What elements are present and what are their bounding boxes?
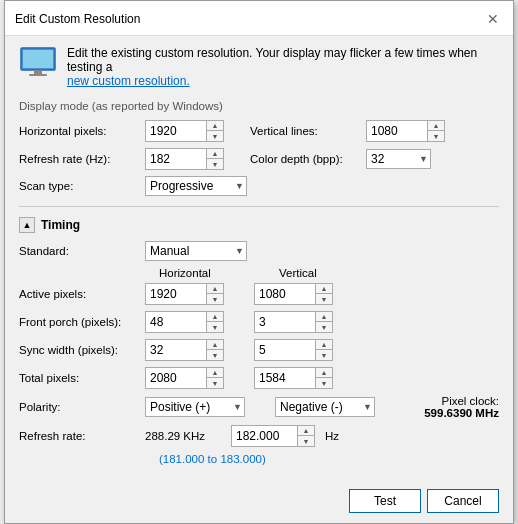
vertical-lines-input[interactable] bbox=[367, 122, 427, 140]
vertical-lines-spinner[interactable]: ▲ ▼ bbox=[366, 120, 445, 142]
refresh-rate-fine-spinner[interactable]: ▲ ▼ bbox=[231, 425, 315, 447]
refresh-rate-fine-btns: ▲ ▼ bbox=[297, 426, 314, 446]
total-pixels-v-down[interactable]: ▼ bbox=[316, 378, 332, 388]
front-porch-row: Front porch (pixels): ▲ ▼ ▲ ▼ bbox=[19, 311, 499, 333]
polarity-v-select-wrap[interactable]: Negative (-) Positive (+) ▼ bbox=[275, 397, 375, 417]
active-pixels-v-spinner[interactable]: ▲ ▼ bbox=[254, 283, 333, 305]
info-box: Edit the existing custom resolution. You… bbox=[19, 46, 499, 88]
vertical-lines-label: Vertical lines: bbox=[250, 125, 360, 137]
refresh-rate-fine-input[interactable] bbox=[232, 427, 297, 445]
polarity-h-select-wrap[interactable]: Positive (+) Negative (-) ▼ bbox=[145, 397, 245, 417]
scan-type-row: Scan type: Progressive Interlaced ▼ bbox=[19, 176, 499, 196]
front-porch-h-input[interactable] bbox=[146, 313, 206, 331]
svg-rect-1 bbox=[23, 50, 53, 68]
standard-row: Standard: Manual GTF CVT CVT-RB DMT ▼ bbox=[19, 241, 499, 261]
vertical-lines-down[interactable]: ▼ bbox=[428, 131, 444, 141]
hz-label: Hz bbox=[325, 430, 339, 442]
active-pixels-h-input[interactable] bbox=[146, 285, 206, 303]
horizontal-pixels-spinner[interactable]: ▲ ▼ bbox=[145, 120, 224, 142]
active-pixels-row: Active pixels: ▲ ▼ ▲ ▼ bbox=[19, 283, 499, 305]
timing-title: Timing bbox=[41, 218, 80, 232]
horizontal-col-header: Horizontal bbox=[159, 267, 279, 279]
refresh-rate-down[interactable]: ▼ bbox=[207, 159, 223, 169]
pixel-clock-label: Pixel clock: bbox=[441, 395, 499, 407]
total-pixels-h-input[interactable] bbox=[146, 369, 206, 387]
info-text-area: Edit the existing custom resolution. You… bbox=[67, 46, 499, 88]
cancel-button[interactable]: Cancel bbox=[427, 489, 499, 513]
color-depth-label: Color depth (bpp): bbox=[250, 153, 360, 165]
scan-type-select-wrap[interactable]: Progressive Interlaced ▼ bbox=[145, 176, 247, 196]
sync-width-v-up[interactable]: ▲ bbox=[316, 340, 332, 350]
active-pixels-v-input[interactable] bbox=[255, 285, 315, 303]
active-pixels-h-up[interactable]: ▲ bbox=[207, 284, 223, 294]
total-pixels-h-spinner[interactable]: ▲ ▼ bbox=[145, 367, 224, 389]
front-porch-v-input[interactable] bbox=[255, 313, 315, 331]
display-mode-label: Display mode (as reported by Windows) bbox=[19, 100, 499, 112]
front-porch-h-up[interactable]: ▲ bbox=[207, 312, 223, 322]
active-pixels-v-down[interactable]: ▼ bbox=[316, 294, 332, 304]
sync-width-h-spinner[interactable]: ▲ ▼ bbox=[145, 339, 224, 361]
pixel-clock-value: 599.6390 MHz bbox=[424, 407, 499, 419]
refresh-rate-up[interactable]: ▲ bbox=[207, 149, 223, 159]
total-pixels-h-up[interactable]: ▲ bbox=[207, 368, 223, 378]
refresh-rate-fine-down[interactable]: ▼ bbox=[298, 436, 314, 446]
info-text-2: new custom resolution. bbox=[67, 74, 190, 88]
front-porch-label: Front porch (pixels): bbox=[19, 316, 139, 328]
range-text: (181.000 to 183.000) bbox=[159, 453, 499, 465]
horizontal-pixels-input[interactable] bbox=[146, 122, 206, 140]
refresh-display-row: Refresh rate: 288.29 KHz ▲ ▼ Hz bbox=[19, 425, 499, 447]
polarity-row: Polarity: Positive (+) Negative (-) ▼ Ne… bbox=[19, 395, 499, 419]
timing-collapse-button[interactable]: ▲ bbox=[19, 217, 35, 233]
sync-width-h-down[interactable]: ▼ bbox=[207, 350, 223, 360]
sync-width-v-spinner[interactable]: ▲ ▼ bbox=[254, 339, 333, 361]
sync-width-row: Sync width (pixels): ▲ ▼ ▲ ▼ bbox=[19, 339, 499, 361]
front-porch-v-down[interactable]: ▼ bbox=[316, 322, 332, 332]
sync-width-v-btns: ▲ ▼ bbox=[315, 340, 332, 360]
active-pixels-label: Active pixels: bbox=[19, 288, 139, 300]
total-pixels-h-down[interactable]: ▼ bbox=[207, 378, 223, 388]
refresh-rate-hz-label: Refresh rate (Hz): bbox=[19, 153, 139, 165]
sync-width-h-up[interactable]: ▲ bbox=[207, 340, 223, 350]
total-pixels-v-up[interactable]: ▲ bbox=[316, 368, 332, 378]
active-pixels-v-up[interactable]: ▲ bbox=[316, 284, 332, 294]
standard-select-wrap[interactable]: Manual GTF CVT CVT-RB DMT ▼ bbox=[145, 241, 247, 261]
vertical-lines-up[interactable]: ▲ bbox=[428, 121, 444, 131]
total-pixels-v-spinner[interactable]: ▲ ▼ bbox=[254, 367, 333, 389]
front-porch-v-spinner[interactable]: ▲ ▼ bbox=[254, 311, 333, 333]
scan-type-select[interactable]: Progressive Interlaced bbox=[146, 177, 246, 195]
sync-width-v-down[interactable]: ▼ bbox=[316, 350, 332, 360]
refresh-rate-input[interactable] bbox=[146, 150, 206, 168]
front-porch-h-spinner[interactable]: ▲ ▼ bbox=[145, 311, 224, 333]
polarity-h-select[interactable]: Positive (+) Negative (-) bbox=[146, 398, 241, 416]
total-pixels-label: Total pixels: bbox=[19, 372, 139, 384]
sync-width-label: Sync width (pixels): bbox=[19, 344, 139, 356]
standard-select[interactable]: Manual GTF CVT CVT-RB DMT bbox=[146, 242, 246, 260]
refresh-rate-spinner[interactable]: ▲ ▼ bbox=[145, 148, 224, 170]
refresh-rate-btns: ▲ ▼ bbox=[206, 149, 223, 169]
active-pixels-h-spinner[interactable]: ▲ ▼ bbox=[145, 283, 224, 305]
total-pixels-v-input[interactable] bbox=[255, 369, 315, 387]
total-pixels-h-btns: ▲ ▼ bbox=[206, 368, 223, 388]
front-porch-v-up[interactable]: ▲ bbox=[316, 312, 332, 322]
color-depth-select[interactable]: 32 16 8 bbox=[367, 150, 422, 168]
refresh-rate-fine-up[interactable]: ▲ bbox=[298, 426, 314, 436]
test-button[interactable]: Test bbox=[349, 489, 421, 513]
active-pixels-v-btns: ▲ ▼ bbox=[315, 284, 332, 304]
horizontal-pixels-down[interactable]: ▼ bbox=[207, 131, 223, 141]
active-pixels-h-down[interactable]: ▼ bbox=[207, 294, 223, 304]
front-porch-h-down[interactable]: ▼ bbox=[207, 322, 223, 332]
sync-width-h-input[interactable] bbox=[146, 341, 206, 359]
standard-label: Standard: bbox=[19, 245, 139, 257]
sync-width-v-input[interactable] bbox=[255, 341, 315, 359]
horizontal-pixels-label: Horizontal pixels: bbox=[19, 125, 139, 137]
polarity-label: Polarity: bbox=[19, 401, 139, 413]
close-button[interactable]: ✕ bbox=[483, 9, 503, 29]
pixel-clock-area: Pixel clock: 599.6390 MHz bbox=[424, 395, 499, 419]
refresh-color-row: Refresh rate (Hz): ▲ ▼ Color depth (bpp)… bbox=[19, 148, 499, 170]
sync-width-h-btns: ▲ ▼ bbox=[206, 340, 223, 360]
horizontal-pixels-up[interactable]: ▲ bbox=[207, 121, 223, 131]
color-depth-select-wrap[interactable]: 32 16 8 ▼ bbox=[366, 149, 431, 169]
refresh-rate-display-label: Refresh rate: bbox=[19, 430, 139, 442]
total-pixels-v-btns: ▲ ▼ bbox=[315, 368, 332, 388]
polarity-v-select[interactable]: Negative (-) Positive (+) bbox=[276, 398, 371, 416]
